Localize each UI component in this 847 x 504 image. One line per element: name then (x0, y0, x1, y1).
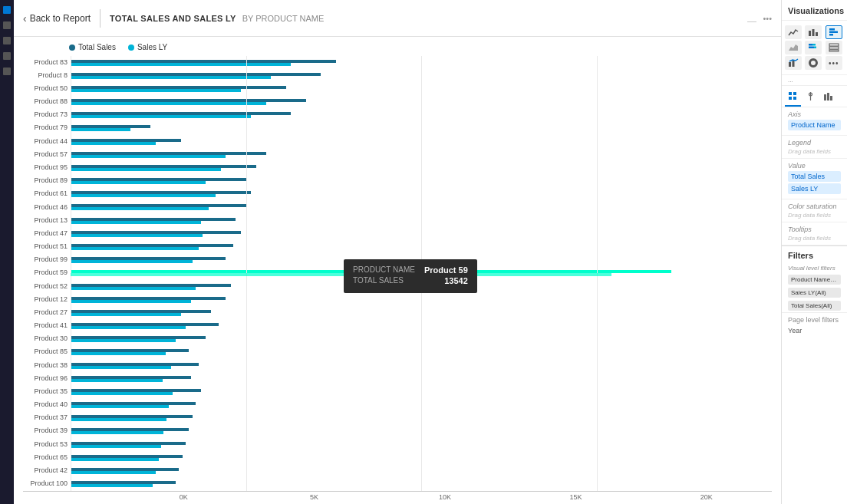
bar-row-0[interactable] (71, 58, 772, 68)
color-saturation-label: Color saturation (788, 203, 841, 210)
legend-section-label: Legend (788, 139, 841, 147)
bar-ly-28 (71, 431, 163, 434)
column-chart-icon-btn[interactable] (805, 25, 822, 39)
bar-row-20[interactable] (71, 321, 772, 331)
bar-chart-icon-btn[interactable] (826, 25, 842, 39)
bar-row-8[interactable] (71, 163, 772, 173)
x-axis-label-4: 20K (641, 493, 772, 501)
tab-format[interactable] (803, 89, 819, 107)
bar-row-4[interactable] (71, 110, 772, 120)
bar-ly-4 (71, 115, 251, 118)
bar-row-26[interactable] (71, 400, 772, 410)
x-axis-label-2: 10K (380, 493, 510, 501)
sidebar-icon-3[interactable] (3, 37, 11, 44)
stacked-bar-icon-btn[interactable] (805, 41, 822, 54)
y-label-16: Product 59 (26, 268, 68, 278)
svg-rect-0 (809, 31, 811, 36)
bar-row-1[interactable] (71, 71, 772, 81)
bar-row-29[interactable] (71, 440, 772, 450)
line-chart-icon-btn[interactable] (785, 25, 802, 39)
bar-row-3[interactable] (71, 97, 772, 107)
tooltips-drag-label: Drag data fields (788, 235, 841, 242)
header: ‹ Back to Report TOTAL SALES AND SALES L… (14, 0, 781, 37)
svg-rect-18 (793, 92, 796, 95)
bar-row-9[interactable] (71, 176, 772, 186)
filter-pill-total-sales[interactable]: Total Sales(All) (788, 301, 841, 311)
bar-row-25[interactable] (71, 387, 772, 397)
more-viz-label[interactable]: ... (782, 75, 847, 86)
bar-row-19[interactable] (71, 308, 772, 318)
tab-fields[interactable] (785, 89, 801, 107)
svg-rect-9 (809, 47, 814, 49)
sidebar-icon-2[interactable] (3, 21, 11, 29)
svg-rect-15 (793, 61, 795, 67)
tab-analytics[interactable] (820, 89, 836, 107)
bar-row-23[interactable] (71, 361, 772, 371)
bar-row-2[interactable] (71, 84, 772, 94)
axis-field-pill[interactable]: Product Name (788, 120, 841, 130)
bar-row-10[interactable] (71, 189, 772, 199)
bar-row-22[interactable] (71, 348, 772, 357)
filter-pill-sales-ly[interactable]: Sales LY(All) (788, 288, 841, 298)
legend-dot-sales-ly (128, 44, 134, 51)
value-field-total-sales[interactable]: Total Sales (788, 171, 841, 182)
sidebar-icon-5[interactable] (3, 68, 11, 75)
bar-row-17[interactable] (71, 282, 772, 292)
bar-row-31[interactable] (71, 466, 772, 476)
x-axis-label-0: 0K (118, 493, 249, 501)
back-to-report-button[interactable]: ‹ Back to Report (23, 12, 91, 25)
bar-row-24[interactable] (71, 374, 772, 384)
legend-total-sales: Total Sales (69, 43, 116, 51)
bar-row-12[interactable] (71, 216, 772, 226)
legend-sales-ly: Sales LY (128, 43, 167, 51)
y-label-12: Product 13 (26, 216, 68, 226)
color-sat-drag-label: Drag data fields (788, 212, 841, 219)
bar-ly-14 (71, 247, 199, 250)
bar-ly-18 (71, 300, 191, 303)
bar-row-6[interactable] (71, 137, 772, 147)
svg-rect-2 (816, 32, 818, 36)
combo-icon-btn[interactable] (785, 56, 802, 70)
bar-row-30[interactable] (71, 453, 772, 463)
filter-pill-product-name[interactable]: Product Name(A... (788, 275, 841, 285)
panel-tabs (782, 86, 847, 107)
bar-row-21[interactable] (71, 334, 772, 344)
svg-rect-14 (789, 62, 791, 67)
y-label-6: Product 44 (26, 137, 68, 147)
sidebar-icon-4[interactable] (3, 52, 11, 60)
bars-area (71, 56, 772, 491)
bar-ly-21 (71, 339, 176, 342)
value-field-sales-ly[interactable]: Sales LY (788, 183, 841, 194)
bar-row-11[interactable] (71, 203, 772, 212)
legend-drag-label: Drag data fields (788, 148, 841, 155)
bar-row-13[interactable] (71, 229, 772, 239)
header-menu-dots[interactable]: ••• (763, 14, 772, 23)
bar-ly-8 (71, 168, 221, 171)
bar-row-32[interactable] (71, 479, 772, 489)
bar-row-28[interactable] (71, 427, 772, 436)
y-label-10: Product 61 (26, 189, 68, 199)
chart-subtitle: BY PRODUCT NAME (242, 14, 325, 23)
x-axis-label-1: 5K (249, 493, 379, 501)
bar-row-16[interactable] (71, 268, 772, 278)
bar-ly-20 (71, 326, 186, 329)
table-icon-btn[interactable] (826, 41, 842, 54)
more-viz-icon-btn[interactable]: ••• (826, 56, 842, 70)
bar-row-18[interactable] (71, 295, 772, 305)
donut-icon-btn[interactable] (805, 56, 822, 70)
tooltips-section: Tooltips Drag data fields (782, 222, 847, 245)
bar-row-15[interactable] (71, 255, 772, 265)
bar-ly-16 (71, 273, 611, 276)
svg-rect-3 (829, 28, 835, 31)
bar-row-27[interactable] (71, 413, 772, 423)
bar-row-14[interactable] (71, 242, 772, 252)
area-chart-icon-btn[interactable] (785, 41, 802, 54)
bar-row-5[interactable] (71, 124, 772, 133)
y-label-15: Product 99 (26, 255, 68, 265)
y-label-19: Product 27 (26, 308, 68, 318)
visualizations-header: Visualizations (782, 0, 847, 21)
bar-row-7[interactable] (71, 150, 772, 160)
sidebar-icon-1[interactable] (3, 6, 11, 14)
chart-title: TOTAL SALES AND SALES LY (110, 14, 236, 23)
svg-rect-26 (830, 96, 832, 100)
